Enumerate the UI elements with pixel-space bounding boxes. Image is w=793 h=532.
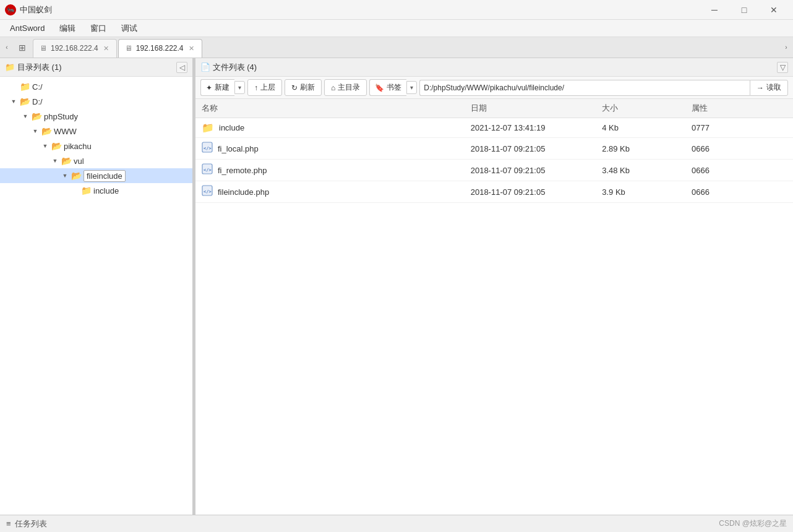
home-button[interactable]: ⌂ 主目录	[324, 79, 367, 96]
right-panel-title: 📄 文件列表 (4)	[200, 62, 257, 73]
refresh-icon: ↻	[291, 84, 298, 92]
tree-folder-icon-c: 📁	[20, 82, 30, 92]
file-name-text: fileinclude.php	[218, 187, 269, 197]
tree-folder-icon-pikachu: 📂	[51, 141, 62, 151]
tree-item-d[interactable]: ▼ 📂 D:/	[0, 94, 192, 109]
up-icon: ↑	[254, 84, 258, 92]
new-dropdown-arrow[interactable]: ▾	[234, 81, 245, 94]
tab-1[interactable]: 🖥 192.168.222.4 ✕	[33, 39, 117, 58]
table-row[interactable]: </> fi_local.php 2018-11-07 09:21:05 2.8…	[195, 138, 793, 160]
table-row[interactable]: </> fi_remote.php 2018-11-07 09:21:05 3.…	[195, 160, 793, 181]
refresh-label: 刷新	[300, 82, 315, 93]
tree-folder-icon-vul: 📂	[61, 156, 72, 166]
tree-label-fileinclude: fileinclude	[84, 170, 126, 182]
close-button[interactable]: ✕	[760, 0, 788, 20]
left-panel: 📁 目录列表 (1) ◁ 📁 C:/ ▼ 📂 D:/	[0, 58, 193, 515]
menu-edit[interactable]: 编辑	[53, 20, 82, 36]
cell-name: </> fi_remote.php	[195, 160, 465, 181]
header-date-text: 日期	[471, 103, 487, 113]
cell-size: 3.9 Kb	[596, 181, 685, 203]
tree-folder-icon-d: 📂	[20, 97, 30, 106]
tree-expand-fileinclude: ▼	[61, 171, 69, 180]
tab-bar: ‹ ⊞ 🖥 192.168.222.4 ✕ 🖥 192.168.222.4 ✕ …	[0, 37, 793, 58]
folder-icon: 📁	[202, 122, 214, 134]
menu-antsword[interactable]: AntSword	[4, 21, 51, 35]
tree-item-c[interactable]: 📁 C:/	[0, 79, 192, 94]
tree-expand-vul: ▼	[51, 157, 59, 165]
file-name-text: include	[219, 123, 244, 132]
file-name-text: fi_local.php	[218, 144, 259, 153]
tab-2-close[interactable]: ✕	[187, 44, 195, 53]
file-table-container: 名称 日期 大小 属性	[195, 99, 793, 515]
bookmark-button[interactable]: 🔖 书签	[369, 79, 406, 96]
task-list-label: 任务列表	[15, 518, 47, 530]
path-input-group: → 读取	[419, 80, 788, 96]
table-row[interactable]: 📁 include 2021-12-07 13:41:19 4 Kb 0777	[195, 118, 793, 138]
tab-grid-button[interactable]: ⊞	[14, 39, 31, 56]
tree-expand-www: ▼	[31, 127, 40, 135]
header-attr: 属性	[685, 99, 793, 118]
menu-debug[interactable]: 调试	[115, 20, 144, 36]
home-icon: ⌂	[331, 84, 335, 92]
tree-expand-pikachu: ▼	[41, 142, 49, 150]
tree-expand-d: ▼	[9, 97, 18, 106]
cell-date: 2018-11-07 09:21:05	[465, 160, 596, 181]
new-button[interactable]: ✦ 新建	[200, 79, 234, 96]
read-arrow-icon: →	[757, 84, 764, 92]
menu-bar: AntSword 编辑 窗口 调试	[0, 20, 793, 37]
read-label: 读取	[766, 82, 781, 93]
tab-2-label: 192.168.222.4	[136, 44, 184, 53]
main-layout: 📁 目录列表 (1) ◁ 📁 C:/ ▼ 📂 D:/	[0, 58, 793, 515]
bookmark-dropdown-arrow[interactable]: ▾	[406, 81, 417, 94]
cell-date: 2018-11-07 09:21:05	[465, 181, 596, 203]
table-row[interactable]: </> fileinclude.php 2018-11-07 09:21:05 …	[195, 181, 793, 203]
app-icon: 🐜	[5, 4, 16, 15]
refresh-button[interactable]: ↻ 刷新	[285, 79, 322, 96]
tree-item-include[interactable]: 📁 include	[0, 183, 192, 198]
tree-item-vul[interactable]: ▼ 📂 vul	[0, 153, 192, 168]
header-date: 日期	[465, 99, 596, 118]
task-list-section: ≡ 任务列表	[6, 518, 47, 530]
file-name-text: fi_remote.php	[218, 166, 267, 175]
svg-text:</>: </>	[204, 146, 212, 151]
tree-item-www[interactable]: ▼ 📂 WWW	[0, 124, 192, 139]
left-panel-header: 📁 目录列表 (1) ◁	[0, 58, 192, 77]
menu-window[interactable]: 窗口	[84, 20, 113, 36]
new-button-group: ✦ 新建 ▾	[200, 79, 245, 96]
tree-item-phpstudy[interactable]: ▼ 📂 phpStudy	[0, 109, 192, 124]
left-panel-title-text: 目录列表 (1)	[17, 62, 62, 73]
file-toolbar: ✦ 新建 ▾ ↑ 上层 ↻ 刷新 ⌂ 主目录	[195, 77, 793, 99]
path-input[interactable]	[419, 80, 750, 96]
tab-nav-left[interactable]: ‹	[1, 37, 12, 58]
tree-label-phpstudy: phpStudy	[44, 112, 78, 121]
tree-label-c: C:/	[32, 82, 43, 92]
tree-item-pikachu[interactable]: ▼ 📂 pikachu	[0, 139, 192, 153]
left-panel-folder-icon: 📁	[5, 62, 15, 72]
svg-text:</>: </>	[204, 168, 212, 173]
tab-1-close[interactable]: ✕	[102, 44, 110, 53]
right-panel: 📄 文件列表 (4) ▽ ✦ 新建 ▾ ↑ 上层 ↻	[195, 58, 793, 515]
tab-2[interactable]: 🖥 192.168.222.4 ✕	[118, 39, 202, 58]
new-icon: ✦	[206, 84, 212, 92]
tab-nav-right[interactable]: ›	[781, 37, 792, 58]
right-panel-collapse[interactable]: ▽	[777, 62, 788, 73]
minimize-button[interactable]: ─	[700, 0, 729, 20]
right-panel-header: 📄 文件列表 (4) ▽	[195, 58, 793, 77]
table-header: 名称 日期 大小 属性	[195, 99, 793, 118]
php-file-icon: </>	[202, 163, 213, 177]
read-button[interactable]: → 读取	[750, 80, 788, 96]
title-bar: 🐜 中国蚁剑 ─ □ ✕	[0, 0, 793, 20]
left-panel-collapse[interactable]: ◁	[176, 62, 187, 73]
cell-attr: 0666	[685, 160, 793, 181]
header-attr-text: 属性	[692, 103, 708, 113]
maximize-button[interactable]: □	[730, 0, 758, 20]
title-text: 中国蚁剑	[20, 4, 52, 15]
tab-2-icon: 🖥	[125, 44, 132, 53]
cell-date: 2018-11-07 09:21:05	[465, 138, 596, 160]
cell-size: 4 Kb	[596, 118, 685, 138]
tree-item-fileinclude[interactable]: ▼ 📂 fileinclude	[0, 168, 192, 183]
left-panel-title: 📁 目录列表 (1)	[5, 62, 62, 73]
tree-expand-c	[9, 82, 18, 91]
file-table: 名称 日期 大小 属性	[195, 99, 793, 203]
up-button[interactable]: ↑ 上层	[247, 79, 282, 96]
